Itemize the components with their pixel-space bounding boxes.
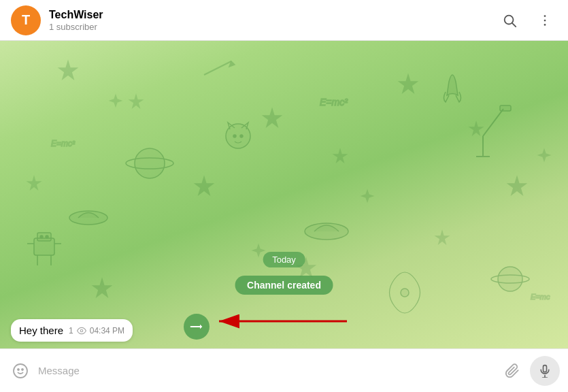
svg-point-40 [401, 289, 409, 297]
svg-marker-12 [334, 150, 346, 162]
svg-rect-29 [500, 105, 511, 111]
chat-area: E=mc² E=mc² E=mc [0, 41, 568, 348]
emoji-button[interactable] [8, 359, 33, 383]
header-info: TechWiser 1 subscriber [49, 9, 497, 32]
svg-marker-15 [93, 279, 111, 297]
message-input[interactable] [38, 365, 495, 376]
header-actions [497, 8, 557, 33]
svg-marker-6 [130, 95, 142, 108]
svg-marker-9 [508, 177, 526, 195]
svg-marker-7 [399, 75, 417, 93]
svg-point-48 [18, 369, 19, 370]
subscriber-count: 1 subscriber [49, 22, 497, 32]
svg-point-23 [240, 135, 243, 137]
svg-text:E=mc²: E=mc² [320, 97, 348, 108]
svg-marker-13 [195, 177, 213, 195]
channel-created-badge: Channel created [235, 276, 333, 295]
forward-button[interactable] [184, 314, 210, 340]
svg-point-19 [498, 267, 522, 291]
svg-point-44 [80, 329, 83, 332]
message-bubble: Hey there 1 04:34 PM [11, 319, 133, 342]
svg-rect-33 [37, 233, 51, 241]
svg-text:E=mc: E=mc [531, 293, 550, 301]
svg-point-3 [544, 19, 546, 21]
svg-line-42 [204, 61, 231, 75]
eye-icon [77, 326, 86, 336]
date-badge: Today [263, 252, 305, 267]
svg-rect-50 [544, 365, 547, 372]
svg-text:E=mc²: E=mc² [51, 139, 76, 148]
svg-marker-5 [59, 61, 77, 79]
input-bar [0, 348, 568, 392]
message-meta: 1 04:34 PM [69, 326, 124, 336]
svg-point-2 [544, 15, 546, 17]
chat-header: T TechWiser 1 subscriber [0, 0, 568, 41]
search-button[interactable] [497, 8, 522, 33]
channel-name[interactable]: TechWiser [49, 9, 497, 21]
svg-point-17 [135, 148, 165, 178]
attach-button[interactable] [500, 359, 524, 383]
svg-point-35 [46, 235, 48, 238]
more-icon [537, 13, 552, 28]
emoji-icon [12, 363, 29, 379]
svg-line-1 [512, 23, 516, 27]
svg-point-22 [233, 135, 236, 137]
more-options-button[interactable] [533, 8, 557, 33]
avatar[interactable]: T [11, 5, 41, 35]
background-pattern: E=mc² E=mc² E=mc [0, 41, 568, 348]
mic-button[interactable] [530, 356, 560, 386]
svg-point-4 [544, 24, 546, 26]
svg-line-28 [483, 109, 503, 136]
message-text: Hey there [19, 325, 63, 336]
svg-marker-10 [28, 177, 40, 189]
message-time: 04:34 PM [90, 326, 124, 336]
search-icon [502, 13, 517, 28]
svg-point-34 [40, 235, 43, 238]
paperclip-icon [505, 363, 520, 378]
svg-point-49 [22, 369, 23, 370]
avatar-letter: T [22, 12, 30, 28]
svg-marker-11 [263, 109, 281, 127]
forward-icon [190, 320, 203, 333]
svg-marker-8 [470, 122, 482, 135]
svg-point-47 [14, 364, 27, 378]
mic-icon [538, 364, 552, 378]
views-count: 1 [69, 326, 73, 336]
svg-marker-14 [436, 231, 448, 244]
